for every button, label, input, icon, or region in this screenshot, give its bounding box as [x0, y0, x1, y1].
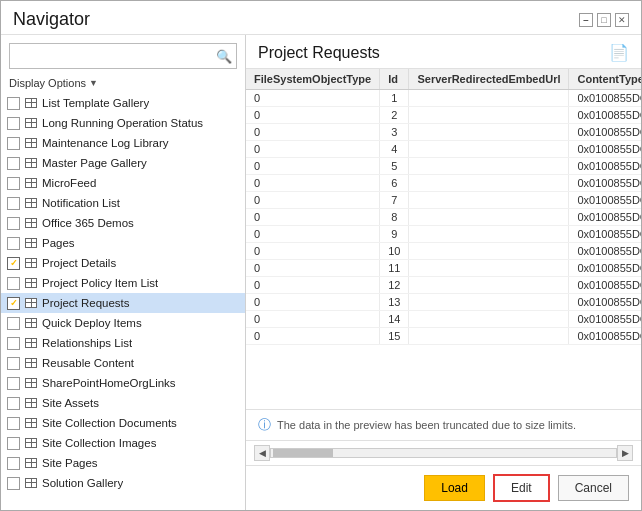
- table-cell: 4: [380, 141, 409, 158]
- table-icon: [24, 316, 38, 330]
- table-cell: 1: [380, 90, 409, 107]
- scroll-left-button[interactable]: ◀: [254, 445, 270, 461]
- nav-list-item[interactable]: Solution Gallery: [1, 473, 245, 493]
- nav-list: List Template GalleryLong Running Operat…: [1, 93, 245, 510]
- window-title: Navigator: [13, 9, 579, 30]
- nav-item-label: Reusable Content: [42, 357, 134, 369]
- nav-item-checkbox[interactable]: [7, 457, 20, 470]
- table-cell: 0x0100855DCCD040995:: [569, 243, 641, 260]
- nav-item-checkbox[interactable]: [7, 117, 20, 130]
- display-options[interactable]: Display Options ▼: [1, 73, 245, 93]
- nav-list-item[interactable]: Site Pages: [1, 453, 245, 473]
- nav-list-item[interactable]: Reusable Content: [1, 353, 245, 373]
- nav-item-label: Office 365 Demos: [42, 217, 134, 229]
- nav-item-label: Notification List: [42, 197, 120, 209]
- table-icon: [24, 336, 38, 350]
- table-cell: 14: [380, 311, 409, 328]
- nav-item-label: MicroFeed: [42, 177, 96, 189]
- table-cell: [409, 277, 569, 294]
- nav-item-checkbox[interactable]: [7, 217, 20, 230]
- table-cell: 3: [380, 124, 409, 141]
- scroll-right-button[interactable]: ▶: [617, 445, 633, 461]
- table-cell: 0: [246, 243, 380, 260]
- nav-list-item[interactable]: Site Collection Images: [1, 433, 245, 453]
- nav-item-checkbox[interactable]: [7, 277, 20, 290]
- table-row: 0150x0100855DCCD040995:: [246, 328, 641, 345]
- nav-list-item[interactable]: Project Details: [1, 253, 245, 273]
- close-button[interactable]: ✕: [615, 13, 629, 27]
- nav-item-label: Maintenance Log Library: [42, 137, 169, 149]
- nav-item-checkbox[interactable]: [7, 437, 20, 450]
- nav-list-item[interactable]: Master Page Gallery: [1, 153, 245, 173]
- nav-item-checkbox[interactable]: [7, 337, 20, 350]
- table-icon: [24, 216, 38, 230]
- nav-item-checkbox[interactable]: [7, 257, 20, 270]
- table-column-header: ServerRedirectedEmbedUrl: [409, 69, 569, 90]
- nav-list-item[interactable]: List Template Gallery: [1, 93, 245, 113]
- nav-list-item[interactable]: MicroFeed: [1, 173, 245, 193]
- nav-list-item[interactable]: SharePointHomeOrgLinks: [1, 373, 245, 393]
- table-cell: 0: [246, 294, 380, 311]
- table-icon: [24, 256, 38, 270]
- nav-list-item[interactable]: Notification List: [1, 193, 245, 213]
- table-cell: 0: [246, 277, 380, 294]
- nav-list-item[interactable]: Maintenance Log Library: [1, 133, 245, 153]
- table-icon: [24, 96, 38, 110]
- table-cell: 0: [246, 328, 380, 345]
- restore-button[interactable]: □: [597, 13, 611, 27]
- nav-item-checkbox[interactable]: [7, 177, 20, 190]
- table-cell: 8: [380, 209, 409, 226]
- table-cell: 0x0100855DCCD040995:: [569, 90, 641, 107]
- nav-item-checkbox[interactable]: [7, 157, 20, 170]
- nav-item-checkbox[interactable]: [7, 317, 20, 330]
- nav-item-label: Long Running Operation Status: [42, 117, 203, 129]
- nav-list-item[interactable]: Long Running Operation Status: [1, 113, 245, 133]
- horizontal-scrollbar-track[interactable]: [270, 448, 617, 458]
- nav-item-checkbox[interactable]: [7, 417, 20, 430]
- table-row: 010x0100855DCCD040995:: [246, 90, 641, 107]
- table-row: 030x0100855DCCD040995:: [246, 124, 641, 141]
- nav-item-label: Pages: [42, 237, 75, 249]
- nav-list-item[interactable]: Site Collection Documents: [1, 413, 245, 433]
- load-button[interactable]: Load: [424, 475, 485, 501]
- nav-item-checkbox[interactable]: [7, 237, 20, 250]
- nav-list-item[interactable]: Pages: [1, 233, 245, 253]
- nav-list-item[interactable]: Relationships List: [1, 333, 245, 353]
- info-icon: ⓘ: [258, 416, 271, 434]
- table-column-header: ContentTypeId: [569, 69, 641, 90]
- search-input[interactable]: [10, 46, 212, 66]
- table-cell: 0: [246, 192, 380, 209]
- nav-item-checkbox[interactable]: [7, 397, 20, 410]
- export-icon[interactable]: 📄: [609, 43, 629, 62]
- nav-item-label: Site Collection Images: [42, 437, 156, 449]
- nav-list-item[interactable]: Site Assets: [1, 393, 245, 413]
- table-row: 070x0100855DCCD040995:: [246, 192, 641, 209]
- nav-item-checkbox[interactable]: [7, 357, 20, 370]
- nav-list-item[interactable]: Quick Deploy Items: [1, 313, 245, 333]
- nav-item-checkbox[interactable]: [7, 97, 20, 110]
- search-button[interactable]: 🔍: [212, 44, 236, 68]
- nav-list-item[interactable]: Project Policy Item List: [1, 273, 245, 293]
- minimize-button[interactable]: ‒: [579, 13, 593, 27]
- table-cell: [409, 243, 569, 260]
- table-icon: [24, 296, 38, 310]
- table-row: 0120x0100855DCCD040995:: [246, 277, 641, 294]
- right-panel-title: Project Requests: [258, 44, 380, 62]
- nav-item-label: Site Collection Documents: [42, 417, 177, 429]
- table-icon: [24, 396, 38, 410]
- nav-item-checkbox[interactable]: [7, 377, 20, 390]
- nav-item-checkbox[interactable]: [7, 137, 20, 150]
- table-cell: [409, 311, 569, 328]
- cancel-button[interactable]: Cancel: [558, 475, 629, 501]
- nav-item-checkbox[interactable]: [7, 197, 20, 210]
- table-cell: 0x0100855DCCD040995:: [569, 124, 641, 141]
- nav-item-checkbox[interactable]: [7, 477, 20, 490]
- table-cell: [409, 107, 569, 124]
- table-icon: [24, 356, 38, 370]
- nav-list-item[interactable]: Project Requests: [1, 293, 245, 313]
- nav-list-item[interactable]: Office 365 Demos: [1, 213, 245, 233]
- edit-button[interactable]: Edit: [493, 474, 550, 502]
- nav-item-checkbox[interactable]: [7, 297, 20, 310]
- table-icon: [24, 116, 38, 130]
- horizontal-scrollbar-thumb[interactable]: [273, 449, 333, 457]
